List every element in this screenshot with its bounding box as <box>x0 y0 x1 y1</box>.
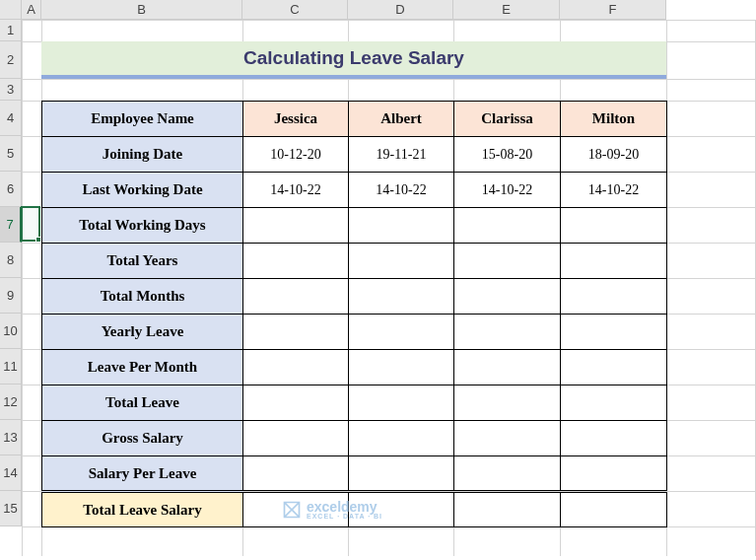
cell[interactable] <box>454 492 561 527</box>
label-total-years[interactable]: Total Years <box>42 244 243 279</box>
row-total-months: Total Months <box>42 279 667 315</box>
row-gross-salary: Gross Salary <box>42 421 667 456</box>
label-gross-salary[interactable]: Gross Salary <box>42 421 243 456</box>
cell[interactable] <box>349 350 454 385</box>
cell[interactable] <box>454 315 561 350</box>
cell-join-2[interactable]: 15-08-20 <box>454 137 561 173</box>
row-salary-per-leave: Salary Per Leave <box>42 456 667 492</box>
column-headers: ABCDEF <box>22 0 666 20</box>
emp-jessica[interactable]: Jessica <box>243 102 349 137</box>
col-header-C[interactable]: C <box>242 0 348 20</box>
row-header-12[interactable]: 12 <box>0 385 22 420</box>
cell[interactable] <box>349 279 454 315</box>
label-total-days[interactable]: Total Working Days <box>42 208 243 244</box>
cell[interactable] <box>349 315 454 350</box>
header-row: Employee Name Jessica Albert Clarissa Mi… <box>42 102 667 137</box>
row-total-leave: Total Leave <box>42 385 667 421</box>
emp-albert[interactable]: Albert <box>349 102 454 137</box>
label-yearly-leave[interactable]: Yearly Leave <box>42 315 243 350</box>
row-header-5[interactable]: 5 <box>0 136 22 172</box>
emp-clarissa[interactable]: Clarissa <box>454 102 561 137</box>
cell[interactable] <box>454 279 561 315</box>
cell[interactable] <box>561 208 667 244</box>
cell[interactable] <box>243 350 349 385</box>
emp-milton[interactable]: Milton <box>561 102 667 137</box>
col-header-A[interactable]: A <box>22 0 41 20</box>
cell[interactable] <box>561 279 667 315</box>
cell[interactable] <box>561 315 667 350</box>
row-total-days: Total Working Days <box>42 208 667 244</box>
cell[interactable] <box>243 208 349 244</box>
label-total-leave-salary[interactable]: Total Leave Salary <box>42 492 243 527</box>
title-text: Calculating Leave Salary <box>243 47 464 69</box>
cell[interactable] <box>561 456 667 492</box>
row-header-9[interactable]: 9 <box>0 278 22 314</box>
cell[interactable] <box>243 385 349 421</box>
label-leave-per-month[interactable]: Leave Per Month <box>42 350 243 385</box>
cell[interactable] <box>243 315 349 350</box>
row-header-3[interactable]: 3 <box>0 79 22 101</box>
label-employee-name[interactable]: Employee Name <box>42 102 243 137</box>
row-headers: 123456789101112131415 <box>0 20 22 526</box>
cell[interactable] <box>561 244 667 279</box>
cell[interactable] <box>561 385 667 421</box>
label-total-months[interactable]: Total Months <box>42 279 243 315</box>
row-header-10[interactable]: 10 <box>0 314 22 349</box>
row-header-15[interactable]: 15 <box>0 491 22 526</box>
watermark-icon <box>282 500 302 520</box>
cell[interactable] <box>349 244 454 279</box>
cell-join-1[interactable]: 19-11-21 <box>349 137 454 173</box>
row-total-years: Total Years <box>42 244 667 279</box>
label-salary-per-leave[interactable]: Salary Per Leave <box>42 456 243 492</box>
spreadsheet-sheet: ABCDEF 123456789101112131415 Calculating… <box>0 0 756 560</box>
cell[interactable] <box>243 244 349 279</box>
col-header-B[interactable]: B <box>41 0 242 20</box>
cell[interactable] <box>454 421 561 456</box>
label-joining-date[interactable]: Joining Date <box>42 137 243 173</box>
cell[interactable] <box>243 421 349 456</box>
cell[interactable] <box>561 350 667 385</box>
row-leave-per-month: Leave Per Month <box>42 350 667 385</box>
row-header-4[interactable]: 4 <box>0 101 22 136</box>
cell-last-1[interactable]: 14-10-22 <box>349 173 454 208</box>
row-joining-date: Joining Date 10-12-20 19-11-21 15-08-20 … <box>42 137 667 173</box>
cell[interactable] <box>454 244 561 279</box>
cell[interactable] <box>454 350 561 385</box>
cell[interactable] <box>561 421 667 456</box>
watermark: exceldemy EXCEL · DATA · BI <box>282 499 382 520</box>
cell[interactable] <box>454 456 561 492</box>
row-header-11[interactable]: 11 <box>0 349 22 385</box>
row-header-8[interactable]: 8 <box>0 243 22 278</box>
row-header-14[interactable]: 14 <box>0 455 22 491</box>
sheet-title: Calculating Leave Salary <box>41 41 666 79</box>
row-yearly-leave: Yearly Leave <box>42 315 667 350</box>
col-header-F[interactable]: F <box>560 0 666 20</box>
cell-join-0[interactable]: 10-12-20 <box>243 137 349 173</box>
row-header-7[interactable]: 7 <box>0 207 22 243</box>
cell-selection <box>21 206 40 242</box>
col-header-D[interactable]: D <box>348 0 453 20</box>
cell[interactable] <box>349 456 454 492</box>
select-all-corner[interactable] <box>0 0 22 20</box>
cell-last-0[interactable]: 14-10-22 <box>243 173 349 208</box>
cell-last-3[interactable]: 14-10-22 <box>561 173 667 208</box>
cell[interactable] <box>349 208 454 244</box>
row-header-2[interactable]: 2 <box>0 41 22 79</box>
cell[interactable] <box>243 279 349 315</box>
cell[interactable] <box>349 421 454 456</box>
data-table: Employee Name Jessica Albert Clarissa Mi… <box>41 101 667 527</box>
row-header-13[interactable]: 13 <box>0 420 22 455</box>
row-header-6[interactable]: 6 <box>0 172 22 207</box>
cell[interactable] <box>243 456 349 492</box>
col-header-E[interactable]: E <box>453 0 560 20</box>
label-total-leave[interactable]: Total Leave <box>42 385 243 421</box>
cell[interactable] <box>454 208 561 244</box>
row-header-1[interactable]: 1 <box>0 20 22 41</box>
cell-last-2[interactable]: 14-10-22 <box>454 173 561 208</box>
cell-join-3[interactable]: 18-09-20 <box>561 137 667 173</box>
cell[interactable] <box>561 492 667 527</box>
cell[interactable] <box>454 385 561 421</box>
grid-area[interactable]: Calculating Leave Salary Employee Name J… <box>22 20 755 556</box>
label-last-working[interactable]: Last Working Date <box>42 173 243 208</box>
cell[interactable] <box>349 385 454 421</box>
